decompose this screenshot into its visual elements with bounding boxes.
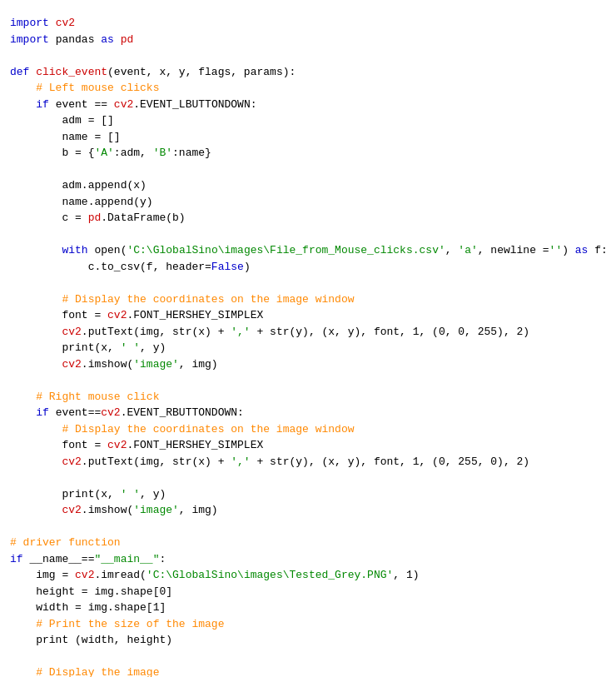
code-editor: import cv2 import pandas as pd def click… bbox=[0, 8, 616, 677]
code-content: import cv2 import pandas as pd def click… bbox=[10, 15, 606, 677]
